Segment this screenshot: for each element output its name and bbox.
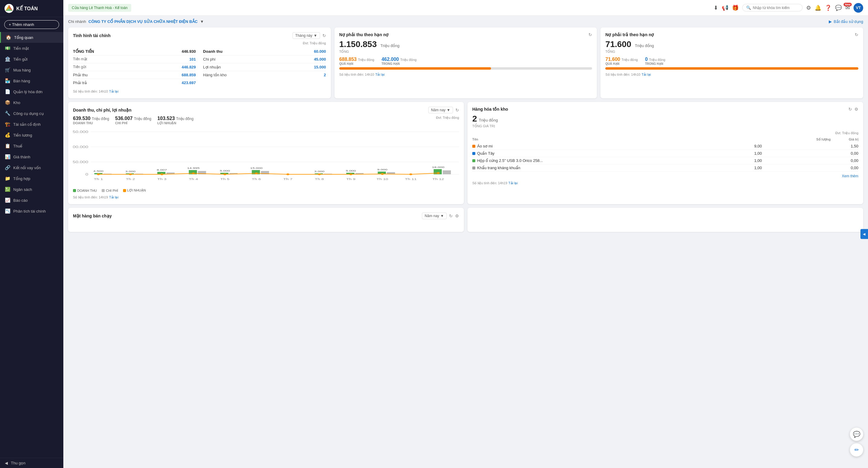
sidebar-item-tổng-hợp[interactable]: 📁Tổng hợp [0,173,63,184]
revenue-period-label: Năm nay [431,108,445,112]
floating-tab-label[interactable]: ◀ [861,229,868,239]
metric-profit-value: 103.523 [157,116,176,121]
inventory-reload-link[interactable]: Tải lại [508,181,518,185]
inventory-settings-icon[interactable]: ⚙ [855,107,858,112]
sidebar-item-tổng-quan[interactable]: 🏠Tổng quan [0,32,63,43]
fin-row-chiphi: Chi phí 45.000 [203,56,326,63]
debt-recv-footer: Số liệu tính đến: 14h10 Tải lại [339,73,592,76]
sidebar-item-báo-cáo[interactable]: 📈Báo cáo [0,195,63,206]
megaphone-icon[interactable]: 📢 [722,4,728,11]
sidebar-item-ngân-sách[interactable]: 💹Ngân sách [0,184,63,195]
svg-text:4.500: 4.500 [93,170,103,173]
inventory-total-label: TỔNG GIÁ TRỊ [472,124,858,128]
fin-row-phaithu: Phải thu 688.859 [73,71,196,79]
sidebar-item-kho[interactable]: 📦Kho [0,97,63,108]
sidebar-item-label: Kết nối vay vốn [13,165,59,170]
financial-total-row: TỔNG TIỀN 446.930 [73,48,196,56]
svg-point-56 [255,173,258,174]
sidebar-item-tài-sản-cố-định[interactable]: 🏗️Tài sản cố định [0,119,63,130]
sidebar-nav: 🏠Tổng quan💵Tiền mặt🏦Tiền gửi🛒Mua hàng🏪Bá… [0,32,63,458]
search-input[interactable] [753,6,799,10]
sidebar-item-thuế[interactable]: 📋Thuế [0,141,63,151]
chat-fab[interactable]: 💬 [850,428,863,441]
sidebar-item-phân-tích-tài-chính[interactable]: 📉Phân tích tài chính [0,206,63,217]
message-icon[interactable]: 💬 [835,4,842,11]
inventory-card: Hàng hóa tồn kho ↻ ⚙ 2 Triệu đồng TỔNG G… [467,102,863,204]
chart-metric-revenue: 639.530 Triệu đồng DOANH THU [73,116,109,125]
legend-dot-revenue [73,189,76,192]
branch-dropdown-icon[interactable]: ▼ [200,19,204,24]
inv-dot-4 [472,166,475,169]
topbar-tab-active[interactable]: Cửa hàng Lê Thanh Hoà - Kế toán [68,4,131,12]
inv-item-4-label: Khẩu trang kháng khuẩn [477,165,520,170]
sidebar-icon: 💹 [5,187,10,192]
inv-row-2-name: Quần Tây [472,151,665,156]
inv-item-3-qty: 1,00 [665,158,762,163]
sidebar-item-giá-thành[interactable]: 📊Giá thành [0,151,63,162]
sidebar-icon: 📋 [5,143,10,149]
sidebar-item-label: Tiền mặt [13,46,59,51]
svg-point-54 [192,173,195,174]
sidebar-item-label: Giá thành [13,155,59,159]
svg-text:15.000: 15.000 [250,167,262,169]
legend-item-cost: CHI PHÍ [102,188,118,192]
debt-recv-reload-link[interactable]: Tải lại [375,73,384,76]
fin-value-hangtonkho: 2 [323,73,326,77]
sidebar-item-công-cụ-dụng-cụ[interactable]: 🔧Công cụ dụng cụ [0,108,63,119]
revenue-chart-reload-link[interactable]: Tải lại [109,195,119,199]
financial-reload-link[interactable]: Tải lại [109,90,119,93]
financial-period-selector[interactable]: Tháng này ▼ [292,32,320,39]
fin-value-phaitra: 423.697 [182,81,196,85]
add-quick-button[interactable]: + Thêm nhanh [4,20,59,29]
revenue-chart-refresh-icon[interactable]: ↻ [456,108,459,113]
svg-text:5.000: 5.000 [220,169,230,172]
settings-icon[interactable]: ⚙ [806,4,811,11]
revenue-chart-period-selector[interactable]: Năm nay ▼ [428,107,453,114]
svg-text:Th 3: Th 3 [157,178,166,181]
sidebar-item-mua-hàng[interactable]: 🛒Mua hàng [0,65,63,75]
inventory-total-row: 2 Triệu đồng [472,114,858,124]
user-avatar[interactable]: VT [854,3,863,13]
debt-recv-refresh-icon[interactable]: ↻ [588,32,592,37]
bestsellers-period-selector[interactable]: Năm nay ▼ [422,213,447,219]
debt-pay-reload-link[interactable]: Tải lại [642,73,651,76]
svg-text:Th 7: Th 7 [283,178,292,181]
search-box[interactable]: 🔍 [742,4,803,11]
sidebar-collapse[interactable]: ◀ Thu gọn [0,458,63,468]
debt-pay-overdue-label: QUÁ HẠN [605,62,638,65]
legend-label-cost: CHI PHÍ [106,189,118,192]
fin-label-doanhthu: Doanh thu [203,49,222,54]
svg-text:Th 2: Th 2 [126,178,135,181]
debt-pay-progress-fill [605,67,858,70]
sidebar-item-kết-nối-vay-vốn[interactable]: 🔗Kết nối vay vốn [0,162,63,173]
help-icon[interactable]: ❓ [825,4,832,11]
sidebar-item-bán-hàng[interactable]: 🏪Bán hàng [0,75,63,86]
sidebar-item-tiền-mặt[interactable]: 💵Tiền mặt [0,43,63,54]
inventory-view-more[interactable]: Xem thêm [472,174,858,178]
start-using-button[interactable]: ▶ Bắt đầu sử dụng [829,19,863,24]
branch-name[interactable]: CÔNG TY CỔ PHẦN DỊCH VỤ SỬA CHỮA NHIỆT Đ… [88,19,197,24]
bestsellers-refresh-icon[interactable]: ↻ [449,214,453,218]
sidebar-item-tiền-lương[interactable]: 💰Tiền lương [0,130,63,141]
financial-refresh-icon[interactable]: ↻ [322,33,326,38]
sidebar-item-tiền-gửi[interactable]: 🏦Tiền gửi [0,54,63,65]
inv-row-2: Quần Tây 1,00 0,00 [472,150,858,157]
debt-pay-ontime-label: TRONG HẠN [645,62,665,65]
debt-pay-header: Nợ phải trả theo hạn nợ ↻ [605,32,858,37]
download-icon[interactable]: ⬇ [714,4,718,11]
inventory-refresh-icon[interactable]: ↻ [848,107,852,112]
floating-right-tab[interactable]: ◀ [861,229,868,239]
gift-icon[interactable]: 🎁 [732,4,739,11]
sidebar-icon: 🛒 [5,67,10,73]
debt-recv-ontime-value: 462.000 Triệu đồng [381,57,416,62]
bestsellers-settings-icon[interactable]: ⚙ [455,214,459,218]
edit-fab[interactable]: ✏ [850,443,863,457]
chart-unit-label: Đvt: Triệu đồng [436,116,459,120]
bell-icon[interactable]: 🔔 [815,4,821,11]
debt-pay-refresh-icon[interactable]: ↻ [855,32,858,37]
debt-recv-footer-text: Số liệu tính đến: 14h10 [339,73,374,76]
svg-point-57 [286,174,289,175]
fin-label-chiphi: Chi phí [203,57,215,62]
sidebar-item-quản-lý-hóa-đơn[interactable]: 📄Quản lý hóa đơn [0,86,63,97]
financial-two-col: TỔNG TIỀN 446.930 Tiền mặt 101 Tiền gửi … [73,48,326,87]
